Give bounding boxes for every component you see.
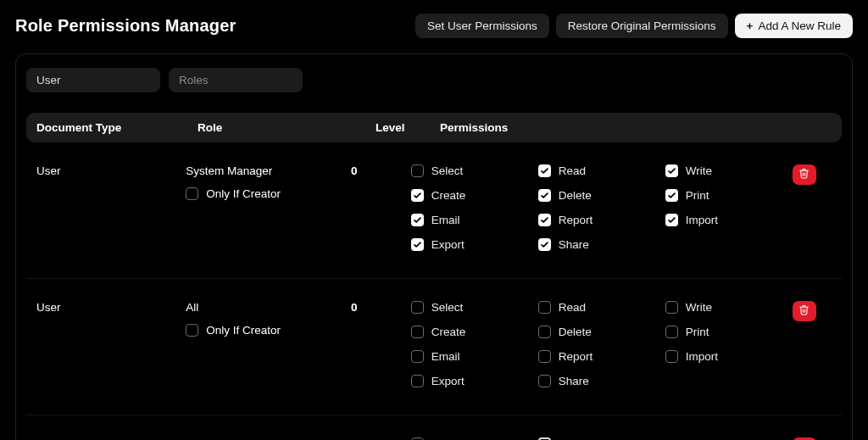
doc-type-value: User — [36, 301, 186, 387]
permission-label: Report — [559, 214, 593, 226]
permission-label: Export — [431, 375, 465, 387]
add-rule-label: Add A New Rule — [758, 19, 841, 32]
permission-checkbox-share[interactable]: Share — [538, 238, 665, 251]
permission-label: Print — [686, 326, 709, 338]
permission-label: Read — [559, 164, 586, 177]
permission-label: Share — [559, 375, 589, 387]
permission-label: Export — [431, 238, 465, 251]
permission-checkbox-report[interactable]: Report — [538, 214, 665, 226]
checkbox-unchecked-icon — [665, 350, 678, 363]
checkbox-unchecked-icon — [411, 164, 424, 177]
checkbox-unchecked-icon — [665, 326, 678, 338]
permission-label: Report — [559, 350, 593, 363]
checkbox-checked-icon — [411, 214, 424, 226]
permission-checkbox-report[interactable]: Report — [538, 350, 665, 363]
trash-icon — [798, 168, 810, 181]
permissions-cell: SelectReadWriteCreateDeletePrintEmailRep… — [408, 164, 793, 251]
checkbox-unchecked-icon — [538, 375, 551, 387]
checkbox-unchecked-icon — [411, 375, 424, 387]
checkbox-checked-icon — [538, 238, 551, 251]
permission-checkbox-select[interactable]: Select — [411, 301, 538, 314]
checkbox-unchecked-icon — [186, 324, 198, 337]
permission-label: Email — [431, 350, 460, 363]
checkbox-unchecked-icon — [186, 187, 198, 200]
col-head-permissions: Permissions — [437, 121, 789, 134]
permission-label: Email — [431, 214, 460, 226]
role-cell: System ManagerOnly If Creator — [186, 164, 351, 251]
permission-checkbox-import[interactable]: Import — [665, 214, 793, 226]
checkbox-unchecked-icon — [411, 350, 424, 363]
permission-label: Create — [431, 326, 466, 338]
permission-checkbox-export[interactable]: Export — [411, 375, 538, 387]
checkbox-checked-icon — [411, 238, 424, 251]
only-if-creator-checkbox[interactable]: Only If Creator — [186, 187, 351, 200]
filters-row: User Roles — [26, 68, 842, 92]
permission-row: UserAllOnly If Creator0SelectReadWriteCr… — [26, 279, 842, 415]
checkbox-unchecked-icon — [411, 301, 424, 314]
only-if-creator-label: Only If Creator — [206, 324, 281, 337]
add-new-rule-button[interactable]: + Add A New Rule — [735, 14, 853, 38]
permissions-card: User Roles Document Type Role Level Perm… — [15, 53, 853, 440]
permission-checkbox-delete[interactable]: Delete — [538, 326, 665, 338]
permission-row: UserSystem ManagerOnly If Creator0Select… — [26, 142, 842, 279]
checkbox-unchecked-icon — [665, 301, 678, 314]
roles-filter[interactable]: Roles — [169, 68, 303, 92]
permission-checkbox-select[interactable]: Select — [411, 164, 538, 177]
permission-checkbox-export[interactable]: Export — [411, 238, 538, 251]
role-cell: AllOnly If Creator — [186, 301, 351, 387]
permission-label: Create — [431, 189, 466, 202]
permission-checkbox-share[interactable]: Share — [538, 375, 665, 387]
doc-type-filter[interactable]: User — [26, 68, 160, 92]
permission-label: Select — [431, 301, 464, 314]
checkbox-checked-icon — [538, 189, 551, 202]
checkbox-checked-icon — [665, 164, 678, 177]
only-if-creator-label: Only If Creator — [206, 187, 281, 200]
permission-checkbox-read[interactable]: Read — [538, 301, 665, 314]
permission-checkbox-import[interactable]: Import — [665, 350, 793, 363]
checkbox-checked-icon — [665, 189, 678, 202]
permission-checkbox-read[interactable]: Read — [538, 164, 665, 177]
permission-checkbox-create[interactable]: Create — [411, 189, 538, 202]
delete-row-button[interactable] — [793, 164, 816, 185]
checkbox-checked-icon — [538, 214, 551, 226]
permission-checkbox-write[interactable]: Write — [665, 301, 793, 314]
permission-label: Delete — [559, 326, 592, 338]
checkbox-unchecked-icon — [538, 350, 551, 363]
checkbox-checked-icon — [665, 214, 678, 226]
level-value: 0 — [351, 301, 408, 387]
doc-type-value: User — [36, 164, 186, 251]
permission-checkbox-email[interactable]: Email — [411, 350, 538, 363]
trash-icon — [798, 304, 810, 318]
permission-label: Share — [559, 238, 589, 251]
permission-label: Write — [686, 164, 712, 177]
permission-checkbox-create[interactable]: Create — [411, 326, 538, 338]
delete-row-button[interactable] — [793, 301, 816, 321]
permission-checkbox-email[interactable]: Email — [411, 214, 538, 226]
permission-row: UserSystem Manager1ReadWrite — [26, 415, 842, 440]
checkbox-unchecked-icon — [538, 326, 551, 338]
role-value: All — [186, 301, 351, 314]
checkbox-checked-icon — [538, 164, 551, 177]
permission-checkbox-write[interactable]: Write — [665, 164, 793, 177]
only-if-creator-checkbox[interactable]: Only If Creator — [186, 324, 351, 337]
level-value: 0 — [351, 164, 408, 251]
header-actions: Set User Permissions Restore Original Pe… — [415, 14, 853, 38]
restore-original-permissions-button[interactable]: Restore Original Permissions — [556, 14, 728, 38]
col-head-level: Level — [376, 121, 437, 134]
permission-checkbox-print[interactable]: Print — [665, 189, 793, 202]
col-head-role: Role — [198, 121, 376, 134]
page-title: Role Permissions Manager — [15, 16, 236, 36]
checkbox-unchecked-icon — [411, 326, 424, 338]
permission-checkbox-print[interactable]: Print — [665, 326, 793, 338]
permission-label: Import — [686, 350, 718, 363]
permission-label: Import — [686, 214, 718, 226]
col-head-doc-type: Document Type — [36, 121, 198, 134]
set-user-permissions-button[interactable]: Set User Permissions — [415, 14, 549, 38]
permission-label: Write — [686, 301, 712, 314]
permission-checkbox-delete[interactable]: Delete — [538, 189, 665, 202]
permissions-cell: SelectReadWriteCreateDeletePrintEmailRep… — [408, 301, 793, 387]
permission-label: Read — [559, 301, 586, 314]
permission-label: Print — [686, 189, 709, 202]
checkbox-unchecked-icon — [538, 301, 551, 314]
role-value: System Manager — [186, 164, 351, 177]
